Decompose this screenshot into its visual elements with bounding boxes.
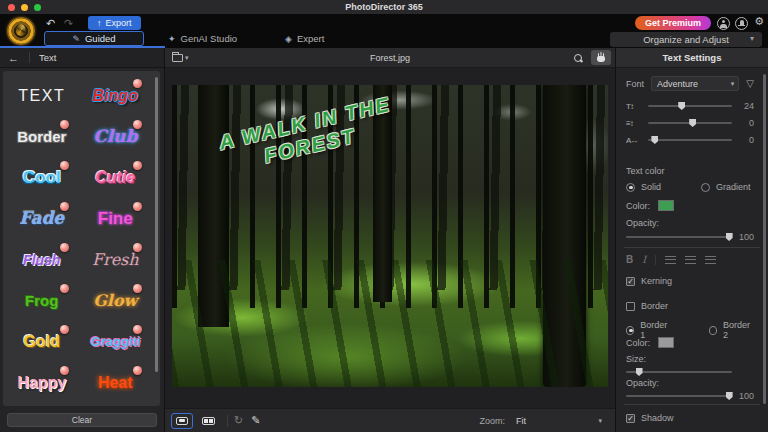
text-preset-graggiti[interactable]: Graggiti bbox=[79, 321, 153, 362]
solid-radio[interactable] bbox=[626, 183, 635, 192]
clear-bar: Clear bbox=[0, 408, 164, 432]
preset-label: Cool bbox=[23, 169, 61, 186]
gear-icon[interactable]: ⚙ bbox=[754, 15, 764, 28]
get-premium-label: Get Premium bbox=[645, 18, 701, 28]
photo-forest[interactable]: A WALK IN THE FOREST bbox=[172, 85, 608, 387]
pen-icon[interactable]: ✎ bbox=[251, 414, 260, 427]
shadow-label: Shadow bbox=[641, 413, 674, 423]
tree-trunk bbox=[543, 85, 587, 387]
preset-label: Fade bbox=[19, 210, 64, 227]
align-center-button[interactable] bbox=[685, 256, 696, 264]
font-size-icon: T↕ bbox=[626, 102, 642, 111]
canvas-area: ▾ Forest.jpg A WALK IN THE FOREST ↻ ✎ bbox=[165, 48, 615, 432]
premium-badge-icon bbox=[60, 161, 69, 170]
kerning-checkbox[interactable]: ✓ bbox=[626, 277, 635, 286]
text-preset-text[interactable]: TEXT bbox=[5, 75, 79, 116]
gradient-radio[interactable] bbox=[701, 183, 710, 192]
text-color-label: Color: bbox=[626, 201, 650, 211]
font-label: Font bbox=[626, 79, 644, 89]
text-color-swatch[interactable] bbox=[658, 200, 674, 211]
font-size-slider[interactable] bbox=[648, 105, 732, 107]
rotate-icon[interactable]: ↻ bbox=[234, 414, 243, 427]
tab-expert[interactable]: ◈ Expert bbox=[285, 31, 324, 46]
sidebar-title: Text bbox=[29, 52, 56, 63]
clear-button[interactable]: Clear bbox=[7, 413, 157, 427]
text-preset-fade[interactable]: Fade bbox=[5, 198, 79, 239]
zoom-level-dropdown[interactable]: Fit ▾ bbox=[511, 414, 607, 428]
compare-view-button[interactable] bbox=[197, 413, 219, 429]
border-checkbox[interactable] bbox=[626, 302, 635, 311]
export-button[interactable]: ↑ Export bbox=[88, 16, 141, 30]
tree-trunk bbox=[198, 85, 229, 327]
chevron-down-icon: ▾ bbox=[750, 34, 754, 43]
text-preset-fresh[interactable]: Fresh bbox=[79, 239, 153, 280]
get-premium-button[interactable]: Get Premium bbox=[635, 16, 711, 30]
bold-button[interactable]: B bbox=[626, 254, 633, 265]
premium-badge-icon bbox=[60, 325, 69, 334]
border-size-slider[interactable] bbox=[626, 371, 732, 373]
text-preset-gold[interactable]: Gold bbox=[5, 321, 79, 362]
text-preset-glow[interactable]: Glow bbox=[79, 280, 153, 321]
border-opacity-slider-thumb[interactable] bbox=[726, 392, 733, 400]
align-left-button[interactable] bbox=[665, 256, 676, 264]
panel-scrollbar[interactable] bbox=[763, 74, 766, 404]
text-settings-header: Text Settings bbox=[616, 48, 768, 68]
premium-badge-icon bbox=[133, 120, 142, 129]
character-spacing-slider[interactable] bbox=[648, 139, 732, 141]
tab-guided[interactable]: ✎ Guided bbox=[44, 31, 144, 46]
back-icon[interactable]: ← bbox=[8, 52, 19, 64]
undo-icon[interactable]: ↶ bbox=[46, 17, 55, 30]
line-spacing-slider-thumb[interactable] bbox=[689, 119, 696, 127]
account-icon[interactable] bbox=[717, 17, 730, 30]
line-spacing-slider[interactable] bbox=[648, 122, 732, 124]
zoom-label: Zoom: bbox=[479, 416, 505, 426]
shadow-checkbox[interactable]: ✓ bbox=[626, 414, 635, 423]
text-opacity-slider-thumb[interactable] bbox=[726, 233, 733, 241]
premium-badge-icon bbox=[133, 79, 142, 88]
zoom-tool-button[interactable] bbox=[568, 50, 588, 65]
tab-genai-studio[interactable]: ✦ GenAI Studio bbox=[168, 31, 237, 46]
border2-radio[interactable] bbox=[709, 326, 717, 335]
border1-radio[interactable] bbox=[626, 326, 634, 335]
font-filter-icon[interactable]: ▽ bbox=[746, 78, 754, 89]
text-preset-flush[interactable]: Flush bbox=[5, 239, 79, 280]
align-right-button[interactable] bbox=[705, 256, 716, 264]
text-presets-sidebar: ← Text TEXTBingoBorderClubCoolCutieFadeF… bbox=[0, 48, 165, 432]
premium-badge-icon bbox=[60, 284, 69, 293]
border-color-swatch[interactable] bbox=[658, 337, 674, 348]
organize-adjust-dropdown[interactable]: Organize and Adjust ▾ bbox=[610, 32, 762, 47]
redo-icon[interactable]: ↷ bbox=[64, 17, 73, 30]
notifications-icon[interactable] bbox=[735, 17, 748, 30]
text-preset-fine[interactable]: Fine bbox=[79, 198, 153, 239]
single-view-button[interactable] bbox=[171, 413, 193, 429]
border-opacity-label: Opacity: bbox=[626, 378, 754, 388]
border-size-label: Size: bbox=[626, 354, 754, 364]
text-preset-happy[interactable]: Happy bbox=[5, 362, 79, 403]
font-size-slider-thumb[interactable] bbox=[678, 102, 685, 110]
text-preset-border[interactable]: Border bbox=[5, 116, 79, 157]
italic-button[interactable]: I bbox=[642, 254, 646, 265]
border-size-slider-thumb[interactable] bbox=[636, 368, 643, 376]
text-preset-bingo[interactable]: Bingo bbox=[79, 75, 153, 116]
text-preset-cutie[interactable]: Cutie bbox=[79, 157, 153, 198]
pan-tool-button[interactable] bbox=[591, 50, 611, 65]
sidebar-scrollbar[interactable] bbox=[155, 77, 158, 372]
preset-label: Fine bbox=[98, 210, 133, 227]
text-preset-club[interactable]: Club bbox=[79, 116, 153, 157]
preset-label: Glow bbox=[93, 293, 137, 309]
main-toolbar: ↶ ↷ ↑ Export ✎ Guided ✦ GenAI Studio ◈ E… bbox=[0, 14, 768, 48]
text-settings-panel: Text Settings Font Adventure ▾ ▽ T↕ 24 ≡… bbox=[615, 48, 768, 432]
character-spacing-slider-thumb[interactable] bbox=[651, 136, 658, 144]
text-preset-heat[interactable]: Heat bbox=[79, 362, 153, 403]
premium-badge-icon bbox=[133, 284, 142, 293]
app-title: PhotoDirector 365 bbox=[0, 2, 768, 12]
border-opacity-slider[interactable] bbox=[626, 395, 732, 397]
preset-label: Heat bbox=[98, 375, 133, 391]
text-opacity-slider[interactable] bbox=[626, 236, 732, 238]
preset-label: Flush bbox=[23, 253, 60, 267]
brush-icon: ✎ bbox=[72, 34, 80, 44]
text-preset-frog[interactable]: Frog bbox=[5, 280, 79, 321]
text-preset-cool[interactable]: Cool bbox=[5, 157, 79, 198]
font-dropdown[interactable]: Adventure ▾ bbox=[651, 76, 739, 91]
premium-badge-icon bbox=[133, 325, 142, 334]
